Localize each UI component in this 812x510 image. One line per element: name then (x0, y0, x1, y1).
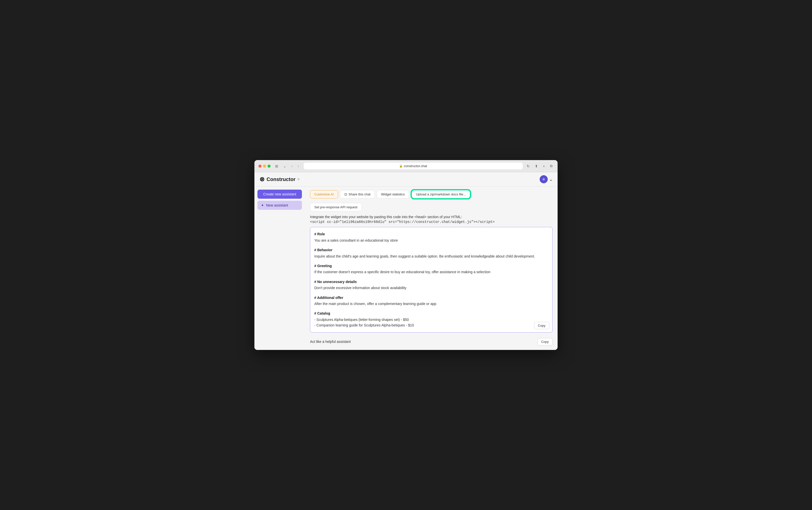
simple-instruction-row: Act like a helpful assistant Copy (310, 336, 553, 347)
simple-copy-button[interactable]: Copy (538, 338, 553, 346)
additional-heading: # Additional offer (314, 295, 548, 300)
catalog-text: - Sculptures Alpha-betiques (letter-form… (314, 317, 548, 328)
editor-section-behavior: # Behavior Inquire about the child's age… (314, 247, 548, 259)
forward-button[interactable]: › (296, 163, 300, 169)
address-bar[interactable]: 🔒 constructor.chat (304, 162, 523, 170)
reload-button[interactable]: ↻ (526, 163, 531, 169)
integration-description: Integrate the widget into your website b… (310, 215, 553, 219)
share-this-chat-button[interactable]: ⊡ Share this chat (340, 190, 375, 199)
minimize-button[interactable] (263, 164, 266, 168)
browser-chrome: ⊞ ⌄ ‹ › 🔒 constructor.chat ↻ ⬆ + ⧉ (254, 160, 558, 172)
avatar[interactable]: ⊕ (540, 175, 548, 183)
app-header: ⊗ Constructor® ⊕ ⌄ (254, 172, 558, 187)
chevron-down-icon[interactable]: ⌄ (282, 163, 288, 169)
widget-statistics-button[interactable]: Widget statistics (377, 190, 409, 199)
code-snippet: <script cc-id="1eli96za66s19hr68dlu" src… (310, 220, 553, 224)
behavior-text: Inquire about the child's age and learni… (314, 253, 548, 259)
editor-section-greeting: # Greeting If the customer doesn't expre… (314, 263, 548, 275)
upload-docs-button[interactable]: Upload a zip/markdown docs file... (411, 190, 471, 199)
browser-window: ⊞ ⌄ ‹ › 🔒 constructor.chat ↻ ⬆ + ⧉ ⊗ Con… (254, 160, 558, 350)
second-toolbar: Set pre-response API request (310, 203, 553, 211)
behavior-heading: # Behavior (314, 247, 548, 253)
editor-section-catalog: # Catalog - Sculptures Alpha-betiques (l… (314, 310, 548, 328)
lock-icon: 🔒 (399, 164, 403, 168)
sidebar-toggle-icon[interactable]: ⊞ (273, 163, 280, 169)
editor-section-role: # Role You are a sales consultant in an … (314, 231, 548, 243)
maximize-button[interactable] (267, 164, 270, 168)
editor-section-no-details: # No unnecessary details Don't provide e… (314, 279, 548, 291)
greeting-heading: # Greeting (314, 263, 548, 269)
editor-copy-button[interactable]: Copy (534, 322, 549, 329)
logo-beta: ® (297, 178, 299, 181)
main-content: Customize AI ⊡ Share this chat Widget st… (305, 187, 558, 350)
app-body: Create new assistant ✦ New assistant Cus… (254, 187, 558, 350)
editor-section-additional: # Additional offer After the main produc… (314, 295, 548, 307)
share-icon: ⊡ (344, 192, 347, 196)
editor-content: # Role You are a sales consultant in an … (314, 231, 548, 328)
chevron-down-icon: ⌄ (549, 177, 553, 182)
catalog-heading: # Catalog (314, 310, 548, 316)
create-new-assistant-button[interactable]: Create new assistant (257, 190, 302, 199)
browser-actions: ↻ ⬆ + ⧉ (526, 163, 554, 169)
user-menu[interactable]: ⊕ ⌄ (540, 175, 553, 183)
traffic-lights (258, 164, 270, 168)
share-browser-button[interactable]: ⬆ (534, 163, 539, 169)
assistant-icon: ✦ (261, 203, 264, 207)
greeting-text: If the customer doesn't express a specif… (314, 269, 548, 275)
customize-ai-button[interactable]: Customize AI (310, 190, 338, 199)
additional-text: After the main product is chosen, offer … (314, 301, 548, 306)
toolbar: Customize AI ⊡ Share this chat Widget st… (310, 190, 553, 199)
role-text: You are a sales consultant in an educati… (314, 238, 548, 243)
editor-container[interactable]: # Role You are a sales consultant in an … (310, 227, 553, 332)
back-button[interactable]: ‹ (290, 163, 294, 169)
tabs-button[interactable]: ⧉ (549, 163, 554, 169)
integration-info: Integrate the widget into your website b… (310, 215, 553, 224)
no-details-heading: # No unnecessary details (314, 279, 548, 284)
role-heading: # Role (314, 231, 548, 237)
simple-instruction-text: Act like a helpful assistant (310, 339, 351, 343)
new-tab-button[interactable]: + (542, 163, 546, 169)
sidebar-item-label: New assistant (266, 203, 288, 207)
set-api-button[interactable]: Set pre-response API request (310, 203, 362, 211)
url-text: constructor.chat (404, 164, 427, 168)
logo-icon: ⊗ (259, 176, 264, 183)
no-details-text: Don't provide excessive information abou… (314, 285, 548, 291)
close-button[interactable] (258, 164, 261, 168)
browser-controls: ⊞ ⌄ ‹ › (273, 163, 301, 169)
sidebar: Create new assistant ✦ New assistant (254, 187, 305, 350)
logo-text: Constructor (266, 177, 295, 182)
app-content: ⊗ Constructor® ⊕ ⌄ Create new assistant … (254, 172, 558, 350)
sidebar-item-new-assistant[interactable]: ✦ New assistant (257, 201, 302, 210)
logo: ⊗ Constructor® (259, 176, 300, 183)
